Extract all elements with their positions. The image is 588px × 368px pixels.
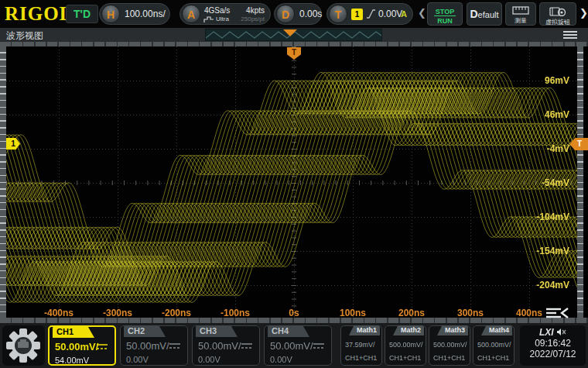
lxi-label: LXI bbox=[539, 327, 554, 338]
speaker-muted-icon bbox=[556, 328, 566, 336]
settings-gear-button[interactable] bbox=[2, 325, 45, 366]
right-ruler bbox=[577, 46, 583, 318]
ch3-offset: 0.00V bbox=[198, 355, 220, 364]
virtual-knob-icon bbox=[549, 6, 567, 16]
stop-label: STOP bbox=[434, 8, 456, 16]
delay-knob-icon[interactable]: D bbox=[276, 5, 295, 23]
math4-expression: CH1+CH1 bbox=[477, 354, 509, 362]
clock-time: 09:16:42 bbox=[520, 338, 586, 349]
ch1-scale: 50.00mV/ bbox=[55, 341, 98, 353]
math-card-math4[interactable]: Math4 500.00mV/ CH1+CH1 bbox=[473, 325, 514, 366]
acquire-mode: Ultra bbox=[216, 15, 229, 22]
measure-label: 测量 bbox=[506, 18, 535, 24]
dc-coupling-icon bbox=[241, 342, 253, 349]
acquire-mode-icon bbox=[203, 15, 214, 23]
trigger-settings-button[interactable]: T 1 0.00V A bbox=[326, 3, 413, 25]
channel-card-ch4[interactable]: CH4 50.00mV/ 0.00V bbox=[264, 325, 332, 366]
time-label: 0s bbox=[269, 308, 319, 318]
dc-coupling-icon bbox=[313, 342, 325, 349]
math-card-math2[interactable]: Math2 500.00mV/ CH1+CH1 bbox=[385, 325, 426, 366]
math3-expression: CH1+CH1 bbox=[433, 354, 465, 362]
bottom-ruler bbox=[0, 318, 588, 323]
time-label: -100ns bbox=[210, 308, 260, 318]
waveform-view-bar: 波形视图 bbox=[0, 28, 588, 42]
virtual-knob-button[interactable]: 虚拟旋钮 bbox=[539, 2, 576, 26]
volt-label: -204mV bbox=[523, 280, 569, 291]
volt-label: -54mV bbox=[523, 177, 569, 188]
channel-card-ch3[interactable]: CH3 50.00mV/ 0.00V bbox=[192, 325, 260, 366]
volt-label: -104mV bbox=[523, 212, 569, 222]
time-label: 100ns bbox=[328, 308, 378, 318]
left-ruler bbox=[0, 46, 6, 318]
measure-button[interactable]: 测量 bbox=[505, 2, 536, 26]
math3-tab[interactable]: Math3 bbox=[437, 325, 468, 335]
ch2-scale: 50.00mV/ bbox=[126, 340, 169, 352]
ch3-tab[interactable]: CH3 bbox=[196, 325, 238, 337]
volt-label: -154mV bbox=[523, 246, 569, 256]
time-label: -400ns bbox=[34, 308, 84, 318]
ch1-tab[interactable]: CH1 bbox=[53, 326, 94, 338]
hamburger-menu-icon[interactable] bbox=[563, 31, 577, 40]
math-card-math1[interactable]: Math1 37.59mV/ CH1+CH1 bbox=[340, 325, 382, 366]
channel-status-bar: CH1 50.00mV/ 54.00mV CH2 50.00mV/ 0.00V … bbox=[0, 323, 588, 368]
math3-scale: 500.00mV/ bbox=[433, 341, 467, 349]
virtual-knob-label: 虚拟旋钮 bbox=[540, 19, 576, 26]
trigger-level-value: 0.00V bbox=[378, 9, 402, 19]
trigger-mode: A bbox=[401, 9, 407, 19]
time-label: -200ns bbox=[152, 308, 201, 318]
toolbar-scroll-left-icon[interactable]: ❮ bbox=[418, 7, 426, 19]
trigger-knob-icon[interactable]: T bbox=[329, 5, 347, 23]
ch1-offset: 54.00mV bbox=[55, 356, 89, 365]
ch2-offset: 0.00V bbox=[126, 355, 149, 364]
system-status-box[interactable]: LXI 09:16:42 2022/07/12 bbox=[520, 325, 586, 366]
dc-coupling-icon bbox=[96, 342, 108, 350]
dc-coupling-icon bbox=[169, 342, 181, 349]
math2-scale: 500.00mV/ bbox=[389, 341, 423, 349]
math2-expression: CH1+CH1 bbox=[389, 354, 421, 362]
sample-resolution: 250ps/pt bbox=[241, 15, 265, 22]
toolbar-scroll-right-icon[interactable]: ❯ bbox=[579, 7, 588, 19]
channel-card-ch2[interactable]: CH2 50.00mV/ 0.00V bbox=[120, 325, 188, 366]
preview-trigger-position-icon[interactable] bbox=[283, 29, 297, 36]
collapse-menu-icon[interactable] bbox=[545, 307, 569, 319]
ch4-scale: 50.00mV/ bbox=[270, 340, 313, 352]
time-label: 200ns bbox=[387, 308, 436, 318]
math4-scale: 500.00mV/ bbox=[477, 341, 511, 349]
run-label: RUN bbox=[428, 17, 462, 25]
ch4-tab[interactable]: CH4 bbox=[268, 325, 309, 337]
horizontal-settings-button[interactable]: H 100.00ns/ bbox=[99, 3, 170, 25]
trigger-slope-icon bbox=[366, 9, 376, 19]
volt-label: -4mV bbox=[523, 143, 569, 154]
delay-settings-button[interactable]: D 0.00s bbox=[274, 3, 322, 25]
channel-card-ch1[interactable]: CH1 50.00mV/ 54.00mV bbox=[48, 325, 116, 366]
volt-label: 96mV bbox=[523, 75, 569, 86]
math1-tab[interactable]: Math1 bbox=[349, 325, 380, 335]
trigger-source-badge: 1 bbox=[351, 9, 363, 20]
time-label: 300ns bbox=[446, 308, 495, 318]
trigger-status-badge: T'D bbox=[66, 5, 98, 23]
stop-run-button[interactable]: STOP RUN bbox=[427, 2, 463, 26]
ch3-scale: 50.00mV/ bbox=[198, 340, 241, 352]
rigol-logo: RIGOL bbox=[5, 3, 73, 25]
horizontal-knob-icon[interactable]: H bbox=[101, 5, 120, 23]
acquire-knob-icon[interactable]: A bbox=[182, 5, 200, 23]
sample-rate: 4GSa/s bbox=[204, 6, 230, 15]
ruler-icon bbox=[512, 6, 529, 15]
math1-expression: CH1+CH1 bbox=[345, 354, 377, 362]
ch4-offset: 0.00V bbox=[270, 355, 292, 364]
memory-depth: 4kpts bbox=[246, 6, 265, 15]
math-card-math3[interactable]: Math3 500.00mV/ CH1+CH1 bbox=[429, 325, 470, 366]
time-label: -300ns bbox=[93, 308, 142, 318]
waveform-canvas bbox=[6, 46, 577, 318]
ch2-tab[interactable]: CH2 bbox=[124, 325, 166, 337]
timebase-preview-strip[interactable] bbox=[205, 29, 382, 41]
gear-icon bbox=[5, 327, 42, 364]
math1-scale: 37.59mV/ bbox=[345, 341, 375, 349]
math2-tab[interactable]: Math2 bbox=[393, 325, 424, 335]
default-button[interactable]: Default bbox=[467, 2, 502, 26]
delay-value: 0.00s bbox=[299, 9, 322, 19]
top-status-bar: RIGOL T'D H 100.00ns/ A 4GSa/s 4kpts Ult… bbox=[0, 0, 588, 28]
acquire-settings-button[interactable]: A 4GSa/s 4kpts Ultra 250ps/pt bbox=[179, 3, 271, 25]
math4-tab[interactable]: Math4 bbox=[481, 325, 512, 335]
volt-label: 46mV bbox=[523, 109, 569, 120]
